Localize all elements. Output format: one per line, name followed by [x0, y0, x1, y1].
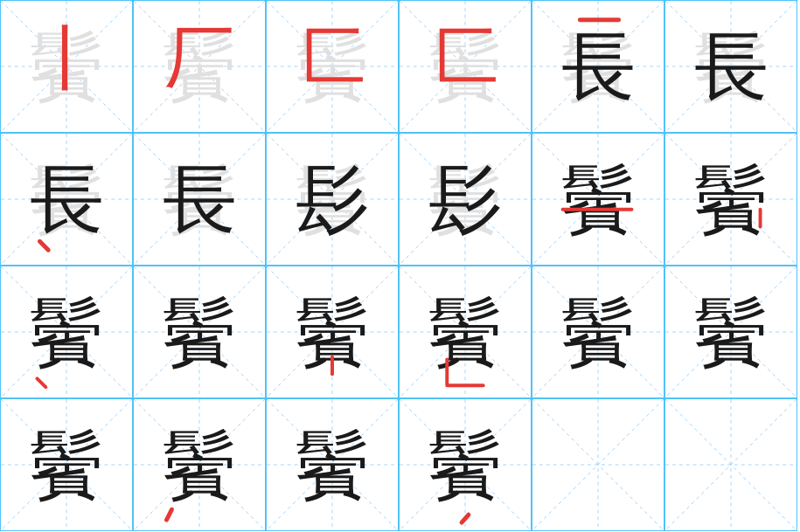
fg-char-1: 丨	[31, 12, 101, 107]
cell-19: 鬢 鬢	[0, 398, 133, 531]
cell-3: 鬢 匚	[266, 0, 399, 133]
svg-line-92	[532, 399, 664, 530]
cell-7: 鬢 長	[0, 133, 133, 266]
cell-2: 鬢 厂	[133, 0, 266, 133]
cell-6: 鬢 長	[664, 0, 797, 133]
char-wrapper-6: 鬢 長	[665, 1, 797, 132]
char-wrapper-3: 鬢 匚	[267, 1, 398, 132]
fg-char-3: 匚	[300, 13, 365, 101]
cell-18: 鬢 鬢	[664, 266, 797, 398]
fg-char-18: 鬢	[694, 282, 769, 383]
cell-8: 鬢 長	[133, 133, 266, 266]
fg-char-17: 鬢	[561, 282, 636, 383]
char-wrapper-5: 鬢 長	[532, 1, 664, 132]
stroke-order-grid: 鬢 丨 鬢 厂 鬢	[0, 0, 800, 532]
cell-22: 鬢 鬢	[399, 398, 532, 531]
char-wrapper-17: 鬢 鬢	[532, 266, 664, 397]
cell-4: 鬢 匚	[399, 0, 532, 133]
fg-char-2: 厂	[164, 11, 234, 106]
fg-char-8: 長	[163, 149, 237, 250]
guide-lines-24	[665, 399, 797, 530]
char-wrapper-4: 鬢 匚	[400, 1, 531, 132]
fg-char-10: 髟	[428, 149, 503, 250]
fg-char-6: 長	[694, 17, 769, 117]
char-wrapper-15: 鬢 鬢	[267, 266, 398, 397]
svg-line-97	[665, 399, 797, 530]
char-wrapper-12: 鬢 鬢	[665, 134, 797, 265]
guide-lines-23	[532, 399, 664, 530]
fg-char-4: 匚	[433, 13, 498, 101]
cell-23-empty	[532, 398, 664, 531]
cell-9: 鬢 髟	[266, 133, 399, 266]
cell-21: 鬢 鬢	[266, 398, 399, 531]
cell-17: 鬢 鬢	[532, 266, 664, 398]
char-wrapper-20: 鬢 鬢	[134, 399, 265, 530]
char-wrapper-13: 鬢 鬢	[1, 266, 132, 397]
cell-16: 鬢 鬢	[399, 266, 532, 398]
cell-11: 鬢 鬢	[532, 133, 664, 266]
cell-5: 鬢 長	[532, 0, 664, 133]
char-wrapper-8: 鬢 長	[134, 134, 265, 265]
cell-1: 鬢 丨	[0, 0, 133, 133]
cell-13: 鬢 鬢	[0, 266, 133, 398]
cell-12: 鬢 鬢	[664, 133, 797, 266]
cell-14: 鬢 鬢	[133, 266, 266, 398]
svg-line-96	[665, 399, 797, 530]
cell-15: 鬢 鬢	[266, 266, 399, 398]
char-wrapper-18: 鬢 鬢	[665, 266, 797, 397]
char-wrapper-16: 鬢 鬢	[400, 266, 531, 397]
cell-24-empty	[664, 398, 797, 531]
char-wrapper-14: 鬢 鬢	[134, 266, 265, 397]
char-wrapper-11: 鬢 鬢	[532, 134, 664, 265]
cell-20: 鬢 鬢	[133, 398, 266, 531]
fg-char-9: 髟	[296, 149, 370, 250]
char-wrapper-7: 鬢 長	[1, 134, 132, 265]
char-wrapper-1: 鬢 丨	[1, 1, 132, 132]
svg-line-93	[532, 399, 664, 530]
cell-10: 鬢 髟	[399, 133, 532, 266]
fg-char-19: 鬢	[30, 415, 104, 515]
char-wrapper-2: 鬢 厂	[134, 1, 265, 132]
char-wrapper-21: 鬢 鬢	[267, 399, 398, 530]
char-wrapper-19: 鬢 鬢	[1, 399, 132, 530]
fg-char-14: 鬢	[163, 282, 237, 383]
char-wrapper-22: 鬢 鬢	[400, 399, 531, 530]
fg-char-21: 鬢	[296, 415, 370, 515]
char-wrapper-10: 鬢 髟	[400, 134, 531, 265]
char-wrapper-9: 鬢 髟	[267, 134, 398, 265]
